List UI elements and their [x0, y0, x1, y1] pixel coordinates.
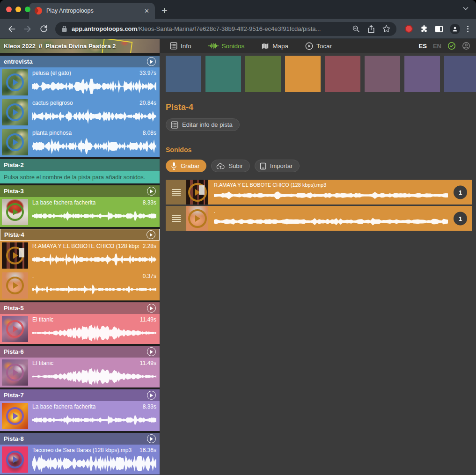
track-name: Pista-6 — [4, 348, 24, 355]
track-header[interactable]: Pista-3 — [0, 185, 160, 197]
sound-play-icon[interactable] — [6, 277, 24, 294]
track-swatch-8[interactable] — [444, 56, 476, 92]
sound-play-icon[interactable] — [6, 451, 24, 468]
sound-thumbnail[interactable] — [2, 359, 28, 386]
sound-thumbnail[interactable] — [186, 206, 208, 231]
tab-bar: Play Antropoloops ✕ + — [0, 0, 476, 19]
track-play-icon[interactable] — [147, 304, 156, 313]
profile-avatar[interactable] — [450, 24, 460, 34]
sidebar-sound-row[interactable]: R.AMAYA Y EL BOBOTE CHICO (128 kbps)....… — [0, 241, 160, 270]
track-swatch-3[interactable] — [245, 56, 281, 92]
track-swatch-7[interactable] — [404, 56, 440, 92]
account-icon[interactable] — [462, 42, 470, 50]
lang-es-button[interactable]: ES — [419, 43, 427, 50]
track-header[interactable]: Pista-4 — [0, 229, 160, 241]
sound-thumbnail[interactable] — [2, 99, 28, 125]
edit-track-info-button[interactable]: Editar info de pista — [166, 118, 240, 131]
sidebar-sound-row[interactable]: El titanic 11.49s — [0, 314, 160, 344]
track-sound-row[interactable]: . 1 — [166, 206, 472, 231]
reload-button[interactable] — [37, 22, 51, 36]
sound-play-icon[interactable] — [6, 407, 24, 425]
track-swatch-4[interactable] — [285, 56, 321, 92]
browser-menu-icon[interactable] — [467, 26, 469, 32]
sound-play-icon[interactable] — [6, 73, 24, 91]
sidebar-sound-row[interactable]: planta pinchosa 8.08s — [0, 127, 160, 157]
sound-play-icon[interactable] — [6, 364, 24, 381]
breadcrumb-place: Placeta Divina Pastora 2 — [45, 43, 116, 50]
sidebar-sound-row[interactable]: Taconeo de Sara Baras (128 kbps).mp3 16.… — [0, 445, 160, 475]
track-play-icon[interactable] — [147, 347, 156, 356]
forward-button[interactable] — [21, 22, 35, 36]
nav-item-mapa[interactable]: Mapa — [261, 43, 288, 50]
sound-thumbnail[interactable] — [2, 199, 28, 225]
track-header[interactable]: Pista-2 — [0, 159, 160, 171]
map-icon — [261, 43, 269, 50]
nav-item-sonidos[interactable]: Sonidos — [208, 43, 245, 50]
breadcrumb-project: Kleos 2022 — [4, 43, 36, 50]
track-play-icon[interactable] — [147, 57, 156, 66]
bookmark-star-icon[interactable] — [382, 25, 390, 33]
nav-item-info[interactable]: Info — [170, 42, 191, 50]
track-play-icon[interactable] — [147, 434, 156, 443]
sound-thumbnail[interactable] — [2, 129, 28, 155]
import-button[interactable]: Importar — [255, 160, 300, 172]
side-panel-icon[interactable] — [435, 26, 443, 32]
drag-handle[interactable] — [166, 180, 186, 205]
lang-en-button[interactable]: EN — [433, 43, 441, 50]
upload-button[interactable]: Subir — [211, 160, 249, 172]
sidebar-sound-row[interactable]: La base fachera facherita 8.33s — [0, 197, 160, 227]
track-swatch-6[interactable] — [365, 56, 400, 92]
share-icon[interactable] — [367, 25, 375, 33]
sound-title: El titanic — [32, 360, 53, 366]
sidebar-sound-row[interactable]: . 0.37s — [0, 270, 160, 300]
track-swatch-2[interactable] — [205, 56, 241, 92]
track-header[interactable]: Pista-5 — [0, 302, 160, 314]
sound-thumbnail[interactable] — [2, 242, 28, 269]
record-button[interactable]: Grabar — [166, 160, 206, 172]
track-header[interactable]: Pista-8 — [0, 433, 160, 445]
track-header[interactable]: Pista-7 — [0, 389, 160, 401]
new-tab-button[interactable]: + — [161, 6, 168, 16]
track-play-icon[interactable] — [147, 187, 156, 196]
sidebar-sound-row[interactable]: El titanic 11.49s — [0, 358, 160, 387]
sound-thumbnail[interactable] — [186, 180, 208, 205]
zoom-window-button[interactable] — [25, 7, 30, 12]
sound-thumbnail[interactable] — [2, 403, 28, 429]
sound-thumbnail[interactable] — [2, 272, 28, 299]
drag-handle[interactable] — [166, 206, 186, 231]
sound-thumbnail[interactable] — [2, 69, 28, 95]
browser-tab[interactable]: Play Antropoloops ✕ — [29, 3, 155, 19]
track-play-icon[interactable] — [147, 391, 156, 400]
sound-title: R.AMAYA Y EL BOBOTE CHICO (128 kbps).mp3 — [214, 182, 448, 188]
sound-play-icon[interactable] — [188, 209, 207, 228]
sound-play-icon[interactable] — [6, 320, 24, 338]
sidebar-sound-row[interactable]: La base fachera facherita 8.33s — [0, 401, 160, 431]
back-button[interactable] — [5, 22, 19, 36]
sound-play-icon[interactable] — [6, 203, 24, 221]
close-window-button[interactable] — [6, 7, 12, 12]
track-header[interactable]: Pista-6 — [0, 346, 160, 358]
zoom-icon[interactable] — [352, 25, 360, 33]
nav-item-tocar[interactable]: Tocar — [305, 42, 332, 50]
extensions-puzzle-icon[interactable] — [420, 25, 428, 33]
window-controls[interactable] — [6, 7, 30, 12]
screen-record-indicator-icon[interactable] — [405, 25, 413, 33]
sidebar-sound-row[interactable]: cactus peligroso 20.84s — [0, 97, 160, 127]
tab-search-chevron-icon[interactable] — [463, 7, 469, 10]
track-header[interactable]: entrevista — [0, 56, 160, 67]
sound-thumbnail[interactable] — [2, 316, 28, 342]
url-bar[interactable]: app.antropoloops.com/Kleos-Santa-Marina/… — [55, 22, 396, 36]
sidebar-sound-row[interactable]: pelusa (el gato) 33.97s — [0, 67, 160, 97]
sound-play-icon[interactable] — [6, 103, 24, 121]
sound-thumbnail[interactable] — [2, 446, 28, 473]
track-sound-row[interactable]: R.AMAYA Y EL BOBOTE CHICO (128 kbps).mp3… — [166, 180, 472, 205]
track-play-icon[interactable] — [146, 230, 155, 239]
minimize-window-button[interactable] — [15, 7, 21, 12]
tab-close-icon[interactable]: ✕ — [144, 8, 149, 14]
track-swatch-5[interactable] — [325, 56, 360, 92]
breadcrumb[interactable]: Kleos 2022 // Placeta Divina Pastora 2 — [0, 39, 160, 53]
sound-play-icon[interactable] — [6, 133, 24, 151]
sound-play-icon[interactable] — [6, 247, 24, 264]
track-swatch-1[interactable] — [166, 56, 201, 92]
sound-play-icon[interactable] — [188, 183, 207, 202]
